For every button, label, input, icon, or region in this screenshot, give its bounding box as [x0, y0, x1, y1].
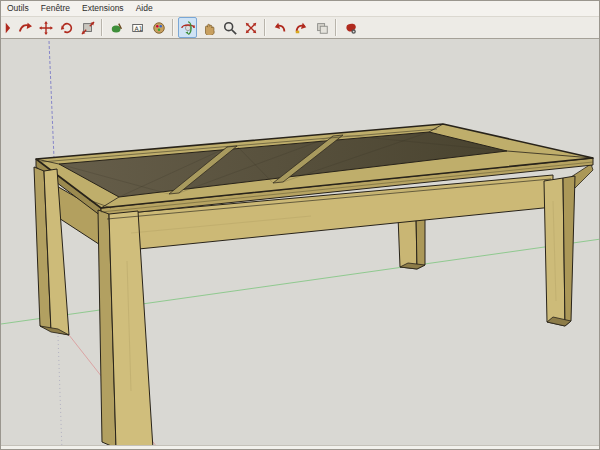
move-tool-icon[interactable] [36, 17, 55, 38]
next-view-tool-icon[interactable] [291, 17, 310, 38]
zoom-extents-tool-icon[interactable] [241, 17, 260, 38]
leg-front-right-side-face[interactable] [563, 176, 575, 326]
green-axis [1, 239, 600, 324]
menu-bar: OutilsFenêtreExtensionsAide [1, 1, 599, 16]
toolbar-separator [335, 19, 337, 36]
rotate-tool-icon[interactable] [57, 17, 76, 38]
svg-text:A1: A1 [134, 24, 142, 31]
toolbar-separator [264, 19, 266, 36]
table-model[interactable] [34, 124, 593, 449]
push-pull-tool-icon[interactable] [0, 17, 13, 38]
zoom-tool-icon[interactable] [220, 17, 239, 38]
drawing-axes [1, 41, 600, 450]
menu-item-aide[interactable]: Aide [130, 1, 159, 16]
menu-item-extensions[interactable]: Extensions [76, 1, 130, 16]
materials-tool-icon[interactable] [149, 17, 168, 38]
menu-item-fenêtre[interactable]: Fenêtre [35, 1, 76, 16]
toolbar: A1 [0, 16, 600, 39]
toolbar-separator [172, 19, 174, 36]
viewport-3d[interactable] [1, 39, 600, 449]
paint-bucket-tool-icon[interactable] [107, 17, 126, 38]
blue-axis-positive [49, 41, 54, 158]
window-bottom-edge [1, 445, 600, 449]
model-scene[interactable] [1, 39, 600, 450]
pan-tool-icon[interactable] [199, 17, 218, 38]
toolbar-separator [101, 19, 103, 36]
model-info-tool-icon[interactable] [341, 17, 360, 38]
sketchup-window: OutilsFenêtreExtensionsAide A1 [0, 0, 600, 450]
text-tool-icon[interactable]: A1 [128, 17, 147, 38]
blue-axis-negative [58, 336, 62, 450]
follow-me-tool-icon[interactable] [15, 17, 34, 38]
orbit-tool-icon[interactable] [178, 17, 197, 38]
views-tool-icon[interactable] [312, 17, 331, 38]
scale-tool-icon[interactable] [78, 17, 97, 38]
menu-item-outils[interactable]: Outils [1, 1, 35, 16]
previous-view-tool-icon[interactable] [270, 17, 289, 38]
